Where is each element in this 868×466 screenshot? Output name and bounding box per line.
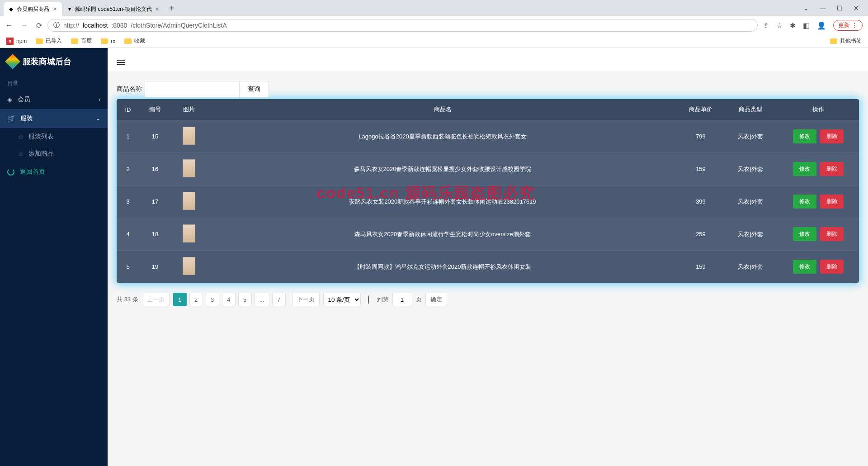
star-icon[interactable]: ☆ <box>776 21 783 30</box>
cell-image <box>171 218 207 251</box>
bookmark-npm[interactable]: nnpm <box>6 38 27 45</box>
cell-type: 风衣|外套 <box>723 251 778 283</box>
refresh-button[interactable] <box>364 296 373 303</box>
delete-button[interactable]: 删除 <box>820 260 844 274</box>
maximize-icon[interactable]: ☐ <box>837 5 843 12</box>
reload-icon[interactable]: ⟳ <box>36 21 42 30</box>
th-action: 操作 <box>778 99 859 120</box>
bookmark-baidu[interactable]: 百度 <box>71 37 92 45</box>
chevron-down-icon: ⌄ <box>96 115 100 122</box>
spinner-icon <box>7 168 14 176</box>
cell-name: 森马风衣女2020春季新款连帽宽松显瘦少女外套收腰设计感校园学院 <box>207 153 678 185</box>
search-button[interactable]: 查询 <box>240 81 269 97</box>
page-number-button[interactable]: ... <box>255 293 269 306</box>
address-bar: ← → ⟳ ⓘ http://localhost:8080/clothStore… <box>0 16 868 34</box>
cart-icon: 🛒 <box>7 115 15 122</box>
url-input[interactable]: ⓘ http://localhost:8080/clothStore/Admin… <box>47 19 758 32</box>
extension-icon[interactable]: ✱ <box>790 21 796 30</box>
sidebar-sub-add-product[interactable]: ☆添加商品 <box>0 145 108 162</box>
edit-button[interactable]: 修改 <box>793 162 816 176</box>
cell-type: 风衣|外套 <box>723 120 778 153</box>
sidebar-item-member[interactable]: ◈会员 ‹ <box>0 90 108 109</box>
cell-id: 1 <box>117 120 139 153</box>
goto-confirm-button[interactable]: 确定 <box>425 293 447 306</box>
browser-tab-inactive[interactable]: ▾ 源码乐园 code51.cn-项目论文代 × <box>63 2 165 16</box>
total-label: 共 33 条 <box>117 295 138 304</box>
info-icon[interactable]: ⓘ <box>53 21 60 29</box>
cell-price: 399 <box>678 185 723 218</box>
browser-chrome: ◆ 会员购买商品 × ▾ 源码乐园 code51.cn-项目论文代 × + ⌄ … <box>0 0 868 48</box>
page-number-button[interactable]: 3 <box>206 293 219 306</box>
delete-button[interactable]: 删除 <box>820 227 844 241</box>
minimize-icon[interactable]: — <box>820 5 826 12</box>
browser-tab-active[interactable]: ◆ 会员购买商品 × <box>4 2 62 16</box>
cell-image <box>171 185 207 218</box>
cell-actions: 修改删除 <box>778 218 859 251</box>
refresh-icon <box>368 295 370 304</box>
goto-suffix: 页 <box>416 295 422 304</box>
cell-name: 森马风衣女2020春季新款休闲流行学生宽松时尚少女oversize潮外套 <box>207 218 678 251</box>
edit-button[interactable]: 修改 <box>793 227 816 241</box>
chevron-down-icon[interactable]: ⌄ <box>803 5 809 12</box>
back-icon[interactable]: ← <box>5 21 13 30</box>
share-icon[interactable]: ⇪ <box>763 21 769 30</box>
cell-image <box>171 120 207 153</box>
close-icon[interactable]: × <box>156 5 159 13</box>
diamond-icon: ◈ <box>7 96 12 103</box>
cell-name: 【时装周同款】鸿星尔克女运动外套2020新款连帽开衫风衣休闲女装 <box>207 251 678 283</box>
cell-name: Lagogo拉谷谷2020夏季新款西装领驼色长袖宽松短款风衣外套女 <box>207 120 678 153</box>
cell-actions: 修改删除 <box>778 185 859 218</box>
goto-prefix: 到第 <box>377 295 389 304</box>
sidebar-return-home[interactable]: 返回首页 <box>0 162 108 181</box>
prev-page-button[interactable]: 上一页 <box>142 293 170 306</box>
close-window-icon[interactable]: ✕ <box>854 5 859 12</box>
page-number-button[interactable]: 4 <box>222 293 236 306</box>
tab-title: 会员购买商品 <box>17 5 49 13</box>
panel-icon[interactable]: ◧ <box>803 21 810 30</box>
bookmark-fav[interactable]: 收藏 <box>124 37 145 45</box>
forward-icon[interactable]: → <box>21 21 28 30</box>
cell-num: 16 <box>139 153 171 185</box>
edit-button[interactable]: 修改 <box>793 260 816 274</box>
close-icon[interactable]: × <box>53 5 57 13</box>
cell-id: 3 <box>117 185 139 218</box>
sidebar: 服装商城后台 目录 ◈会员 ‹ 🛒服装 ⌄ ☆服装列表 ☆添加商品 返回首页 <box>0 48 108 466</box>
page-number-button[interactable]: 1 <box>173 293 187 306</box>
tab-title: 源码乐园 code51.cn-项目论文代 <box>75 5 152 13</box>
hamburger-icon[interactable] <box>117 60 125 65</box>
update-button[interactable]: 更新 ⋮ <box>833 20 863 31</box>
table-row: 4 18 森马风衣女2020春季新款休闲流行学生宽松时尚少女oversize潮外… <box>117 218 859 251</box>
table-row: 2 16 森马风衣女2020春季新款连帽宽松显瘦少女外套收腰设计感校园学院 15… <box>117 153 859 185</box>
star-icon: ☆ <box>18 133 24 140</box>
other-bookmarks[interactable]: 其他书签 <box>830 37 862 45</box>
sidebar-item-cloth[interactable]: 🛒服装 ⌄ <box>0 109 108 128</box>
goto-page-input[interactable] <box>392 293 412 306</box>
delete-button[interactable]: 删除 <box>820 195 844 209</box>
pagination: 共 33 条 上一页 12345...7 下一页 10 条/页 到第 页 确定 <box>117 293 859 306</box>
tab-bar: ◆ 会员购买商品 × ▾ 源码乐园 code51.cn-项目论文代 × + ⌄ … <box>0 0 868 16</box>
page-number-button[interactable]: 5 <box>238 293 252 306</box>
edit-button[interactable]: 修改 <box>793 195 816 209</box>
delete-button[interactable]: 删除 <box>820 129 844 143</box>
next-page-button[interactable]: 下一页 <box>292 293 320 306</box>
new-tab-button[interactable]: + <box>169 3 175 14</box>
page-number-button[interactable]: 2 <box>189 293 203 306</box>
cell-id: 5 <box>117 251 139 283</box>
page-number-button[interactable]: 7 <box>272 293 286 306</box>
topbar <box>108 48 868 72</box>
profile-icon[interactable]: 👤 <box>817 21 826 30</box>
app-root: 服装商城后台 目录 ◈会员 ‹ 🛒服装 ⌄ ☆服装列表 ☆添加商品 返回首页 商… <box>0 48 868 466</box>
cell-name: 安踏风衣女装2020新款春季开衫连帽外套女长款休闲运动衣2382017619 <box>207 185 678 218</box>
cell-price: 159 <box>678 153 723 185</box>
bookmark-imported[interactable]: 已导入 <box>36 37 62 45</box>
per-page-select[interactable]: 10 条/页 <box>323 293 361 306</box>
product-table: ID 编号 图片 商品名 商品单价 商品类型 操作 1 15 Lagogo拉谷谷… <box>117 99 859 283</box>
sidebar-group-label: 目录 <box>0 75 108 90</box>
search-input[interactable] <box>145 81 240 97</box>
bookmark-bar: nnpm 已导入 百度 rx 收藏 其他书签 <box>0 34 868 48</box>
tab-favicon: ◆ <box>9 6 13 12</box>
sidebar-sub-cloth-list[interactable]: ☆服装列表 <box>0 128 108 145</box>
edit-button[interactable]: 修改 <box>793 129 816 143</box>
bookmark-rx[interactable]: rx <box>101 38 115 44</box>
delete-button[interactable]: 删除 <box>820 162 844 176</box>
